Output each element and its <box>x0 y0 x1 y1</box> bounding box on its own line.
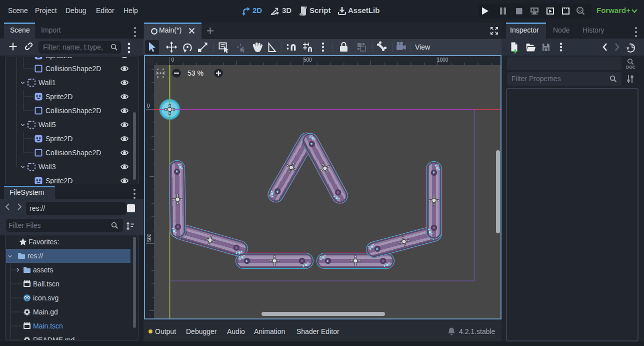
svg-text:CollisionShape2D: CollisionShape2D <box>46 107 101 115</box>
svg-text:View: View <box>415 43 430 51</box>
svg-text:Wall5: Wall5 <box>38 121 56 129</box>
svg-text:DOC: DOC <box>626 65 636 70</box>
svg-text:Favorites:: Favorites: <box>28 238 59 246</box>
svg-text:icon.svg: icon.svg <box>33 294 58 302</box>
svg-text:Sprite2D: Sprite2D <box>46 135 72 143</box>
svg-text:CollisionShape2D: CollisionShape2D <box>46 149 101 157</box>
svg-text:Sprite2D: Sprite2D <box>46 177 72 184</box>
svg-text:Main.gd: Main.gd <box>33 308 58 316</box>
svg-text:Wall1: Wall1 <box>38 79 56 87</box>
svg-text:Ball.tscn: Ball.tscn <box>33 280 60 288</box>
svg-text:Sprite2D: Sprite2D <box>46 93 72 101</box>
svg-text:1000: 1000 <box>437 57 448 63</box>
svg-text:53 %: 53 % <box>188 69 204 77</box>
svg-text:500: 500 <box>146 233 152 242</box>
svg-text:res://: res:// <box>28 252 43 260</box>
svg-text:CollisionShape2D: CollisionShape2D <box>46 65 101 73</box>
svg-text:Sprite2D: Sprite2D <box>46 57 72 60</box>
svg-text:0: 0 <box>147 103 150 109</box>
svg-text:README.md: README.md <box>33 336 74 340</box>
svg-text:500: 500 <box>304 57 312 63</box>
svg-text:assets: assets <box>33 266 53 274</box>
svg-text:0: 0 <box>172 57 174 63</box>
svg-text:Main.tscn: Main.tscn <box>33 322 63 330</box>
svg-text:Wall3: Wall3 <box>38 163 56 171</box>
